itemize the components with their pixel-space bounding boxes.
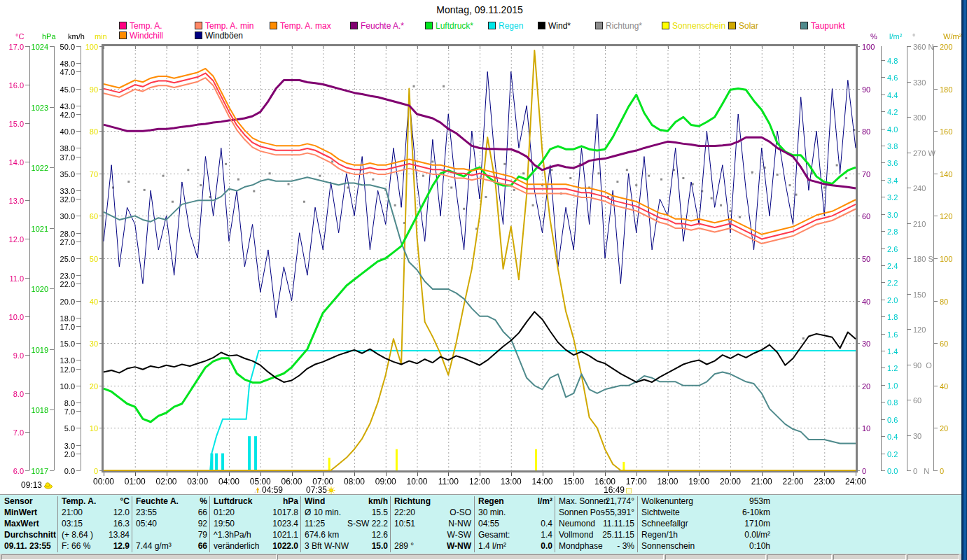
cell-label: 21:00 <box>62 507 83 517</box>
table-row: Feuchte A.% <box>136 496 207 507</box>
cell-label: 23:55 <box>136 507 157 517</box>
cell-value: 953m <box>749 496 770 506</box>
cell-label: Neumond <box>559 519 595 528</box>
cell-label: Regen/1h <box>641 530 678 540</box>
table-row: Mondphase- 3% <box>559 541 634 552</box>
table-row: Temp. A.°C <box>62 496 130 507</box>
cell-label: Wind <box>305 496 325 506</box>
cell-label: Wolkenunterg <box>641 496 693 506</box>
cell-label: 05:40 <box>136 519 157 528</box>
cell-label: Schneefallgr <box>641 519 688 528</box>
table-row: Sonnen Pos-55,391° <box>559 507 634 519</box>
cell-label: 19:50 <box>214 519 235 528</box>
cell-value: 25.11.15 <box>602 530 634 540</box>
table-row: Gesamt:1.4 <box>478 530 552 541</box>
table-row: LuftdruckhPa <box>214 496 298 507</box>
cell-value: 12.6 <box>372 530 388 540</box>
cell-value: W-NW <box>447 541 471 551</box>
table-row: 79 <box>136 530 207 541</box>
cell-label: Vollmond <box>559 530 593 540</box>
cell-value: 66 <box>198 507 207 517</box>
time-marker-0459: 04:59 <box>253 485 283 495</box>
table-row: 1.4 l/m²0.0 <box>478 541 552 552</box>
table-row: 11:25S-SW 22.2 <box>305 519 388 530</box>
weather-chart-canvas <box>0 0 967 500</box>
cell-label: 04:55 <box>478 519 499 528</box>
cell-label: 674.6 km <box>305 530 339 540</box>
cell-value: 12.0 <box>113 507 130 517</box>
table-row: 23:5566 <box>136 507 207 519</box>
cell-value: hPa <box>283 496 298 506</box>
time-marker-1649: 16:49 <box>604 485 633 495</box>
cell-value: 13.84 <box>109 530 130 540</box>
table-row: Regen/1h0.0l/m² <box>641 530 770 541</box>
cell-label: (+ 8.64 ) <box>62 530 93 540</box>
cell-label: 3 Bft W-NW <box>305 541 349 551</box>
marker-time-label: 04:59 <box>262 485 283 495</box>
cell-value: O-SO <box>450 507 471 517</box>
sunset-icon <box>625 486 633 494</box>
cell-label: 1.4 l/m² <box>478 541 506 551</box>
cell-label: 01:20 <box>214 507 235 517</box>
cell-value: 15.0 <box>372 541 388 551</box>
table-column: Richtung22:20O-SO10:51N-NWW-SW289 °W-NW <box>394 495 471 554</box>
cell-value: -55,391° <box>603 507 635 517</box>
cell-value: km/h <box>368 496 388 506</box>
status-bar <box>0 554 961 560</box>
cell-value: 6-10km <box>742 507 770 517</box>
status-bar-segment <box>767 554 832 560</box>
table-column: Feuchte A.%23:556605:4092797.44 g/m³66 <box>136 495 207 554</box>
status-bar-segment <box>1 554 277 560</box>
cell-label: Gesamt: <box>478 530 510 540</box>
cell-value: 0.4 <box>541 519 552 528</box>
cell-label: 03:15 <box>62 519 83 528</box>
cell-label: 10:51 <box>394 519 415 528</box>
cell-value: 0:10h <box>749 541 770 551</box>
cell-label: Regen <box>478 496 504 506</box>
cell-label: 30 min. <box>478 507 506 517</box>
cell-label: MinWert <box>4 507 37 517</box>
cell-value: 12.9 <box>113 541 130 551</box>
table-row: 04:550.4 <box>478 519 552 530</box>
state-time-label: 09:13 <box>21 480 44 490</box>
cell-value: 79 <box>198 530 207 540</box>
cell-label: 289 ° <box>394 541 414 551</box>
cell-value: 21,774° <box>605 496 634 506</box>
cell-value: 16.3 <box>113 519 130 528</box>
sun-icon <box>327 486 335 494</box>
table-row: Wolkenunterg953m <box>641 496 770 507</box>
cell-value: % <box>200 496 207 506</box>
table-row: W-SW <box>394 530 471 541</box>
table-row: 30 min. <box>478 507 552 519</box>
weather-state-marker: 09:13 <box>21 480 53 490</box>
cell-value: 1.4 <box>541 530 552 540</box>
cell-value: 0.0 <box>541 541 552 551</box>
cell-label: Sonnen Pos <box>559 507 604 517</box>
table-row: 19:501023.4 <box>214 519 298 530</box>
table-row: (+ 8.64 )13.84 <box>62 530 130 541</box>
table-column: Max. Sonnen21,774°Sonnen Pos-55,391°Neum… <box>559 495 634 554</box>
marker-time-label: 16:49 <box>604 485 625 495</box>
cell-value: 1710m <box>744 519 770 528</box>
weather-app-window: Montag, 09.11.2015 Temp. A.Temp. A. minT… <box>0 0 967 560</box>
marker-time-label: 07:35 <box>306 485 327 495</box>
cell-label: Temp. A. <box>62 496 96 506</box>
status-bar-segment <box>277 554 664 560</box>
cell-label: Feuchte A. <box>136 496 179 506</box>
cell-value: S-SW 22.2 <box>347 519 388 528</box>
table-column: LuftdruckhPa01:201017.819:501023.4^1.3hP… <box>214 495 298 554</box>
table-column: SensorMinWertMaxWertDurchschnitt09.11. 2… <box>4 495 55 554</box>
cloud-icon <box>44 482 53 489</box>
table-row: MinWert <box>4 507 55 519</box>
cell-label: Luftdruck <box>214 496 252 506</box>
table-row: Schneefallgr1710m <box>641 519 770 530</box>
status-bar-segment <box>907 554 959 560</box>
table-row: 7.44 g/m³66 <box>136 541 207 552</box>
table-row: Windkm/h <box>305 496 388 507</box>
table-row: Richtung <box>394 496 471 507</box>
cell-label: 09.11. 23:55 <box>4 541 51 551</box>
table-row: 10:51N-NW <box>394 519 471 530</box>
cell-value: 15.5 <box>372 507 388 517</box>
cell-label: Ø 10 min. <box>305 507 341 517</box>
status-bar-segment <box>833 554 906 560</box>
